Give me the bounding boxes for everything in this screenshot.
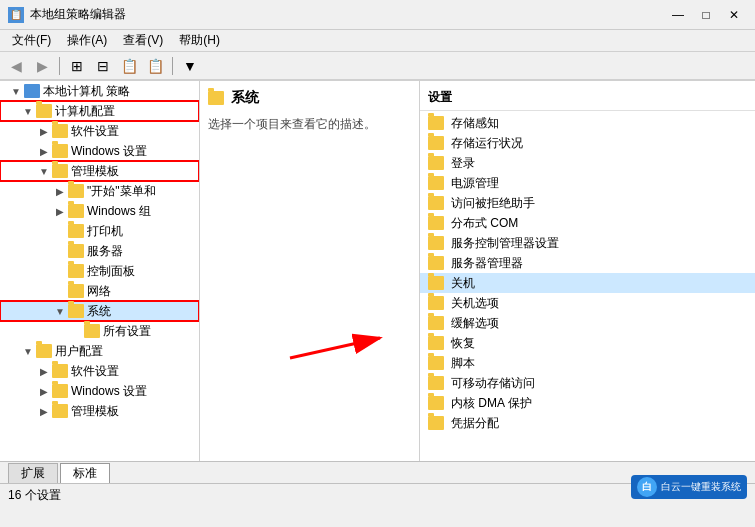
tree-item-computer[interactable]: ▼ 计算机配置 [0,101,199,121]
folder-icon-s4 [428,196,444,210]
folder-icon-admin [52,164,68,178]
settings-item-11[interactable]: 恢复 [420,333,755,353]
settings-label-10: 缓解选项 [451,315,499,332]
settings-item-2[interactable]: 登录 [420,153,755,173]
settings-item-10[interactable]: 缓解选项 [420,313,755,333]
tree-item-printer[interactable]: 打印机 [0,221,199,241]
settings-item-1[interactable]: 存储运行状况 [420,133,755,153]
right-description-panel: 系统 选择一个项目来查看它的描述。 [200,81,420,461]
toolbar-btn-4[interactable]: 📋 [143,55,167,77]
folder-icon-s13 [428,376,444,390]
tree-item-windows[interactable]: ▶ Windows 设置 [0,141,199,161]
settings-item-12[interactable]: 脚本 [420,353,755,373]
settings-label-15: 凭据分配 [451,415,499,432]
settings-label-9: 关机选项 [451,295,499,312]
expand-user-admin: ▶ [36,403,52,419]
tab-standard[interactable]: 标准 [60,463,110,483]
tree-item-user-admin[interactable]: ▶ 管理模板 [0,401,199,421]
menu-action[interactable]: 操作(A) [59,30,115,51]
settings-item-6[interactable]: 服务控制管理器设置 [420,233,755,253]
toolbar: ◀ ▶ ⊞ ⊟ 📋 📋 ▼ [0,52,755,80]
settings-label-2: 登录 [451,155,475,172]
folder-icon-s11 [428,336,444,350]
settings-item-9[interactable]: 关机选项 [420,293,755,313]
tree-item-system[interactable]: ▼ 系统 [0,301,199,321]
settings-label-0: 存储感知 [451,115,499,132]
description-text: 选择一个项目来查看它的描述。 [208,115,411,133]
tree-item-root[interactable]: ▼ 本地计算机 策略 [0,81,199,101]
tree-item-allsettings[interactable]: 所有设置 [0,321,199,341]
settings-item-4[interactable]: 访问被拒绝助手 [420,193,755,213]
settings-item-15[interactable]: 凭据分配 [420,413,755,433]
tree-item-user[interactable]: ▼ 用户配置 [0,341,199,361]
tree-label-software: 软件设置 [71,123,119,140]
tree-label-windows: Windows 设置 [71,143,147,160]
tree-item-wincomp[interactable]: ▶ Windows 组 [0,201,199,221]
settings-item-8[interactable]: 关机 [420,273,755,293]
folder-icon-start [68,184,84,198]
expand-computer: ▼ [20,103,36,119]
settings-item-3[interactable]: 电源管理 [420,173,755,193]
menu-file[interactable]: 文件(F) [4,30,59,51]
window-controls: — □ ✕ [665,4,747,26]
tree-item-software[interactable]: ▶ 软件设置 [0,121,199,141]
tree-label-system: 系统 [87,303,111,320]
tree-item-control[interactable]: 控制面板 [0,261,199,281]
tree-label-allsettings: 所有设置 [103,323,151,340]
show-hide-button[interactable]: ⊞ [65,55,89,77]
menu-help[interactable]: 帮助(H) [171,30,228,51]
expand-user-software: ▶ [36,363,52,379]
tree-item-user-windows[interactable]: ▶ Windows 设置 [0,381,199,401]
folder-icon-s3 [428,176,444,190]
tree-item-start[interactable]: ▶ "开始"菜单和 [0,181,199,201]
folder-icon-control [68,264,84,278]
section-folder-icon [208,91,224,105]
right-panel: 系统 选择一个项目来查看它的描述。 设置 存储感知 存储运行状况 [200,81,755,461]
tree-item-admin[interactable]: ▼ 管理模板 [0,161,199,181]
settings-item-7[interactable]: 服务器管理器 [420,253,755,273]
folder-icon-allsettings [84,324,100,338]
tree-label-user-software: 软件设置 [71,363,119,380]
status-count: 16 个设置 [8,487,61,504]
settings-label-4: 访问被拒绝助手 [451,195,535,212]
folder-icon-network [68,284,84,298]
computer-icon [24,84,40,98]
folder-icon-windows [52,144,68,158]
tree-item-server[interactable]: 服务器 [0,241,199,261]
forward-button[interactable]: ▶ [30,55,54,77]
menu-bar: 文件(F) 操作(A) 查看(V) 帮助(H) [0,30,755,52]
folder-icon-s12 [428,356,444,370]
minimize-button[interactable]: — [665,4,691,26]
back-button[interactable]: ◀ [4,55,28,77]
toolbar-btn-2[interactable]: ⊟ [91,55,115,77]
expand-network [52,283,68,299]
tree-label-server: 服务器 [87,243,123,260]
settings-item-5[interactable]: 分布式 COM [420,213,755,233]
folder-icon-s6 [428,236,444,250]
window-title: 本地组策略编辑器 [30,6,126,23]
folder-icon-wincomp [68,204,84,218]
folder-icon-computer [36,104,52,118]
expand-windows: ▶ [36,143,52,159]
tree-label-printer: 打印机 [87,223,123,240]
settings-label-13: 可移动存储访问 [451,375,535,392]
tree-label-control: 控制面板 [87,263,135,280]
settings-list: 存储感知 存储运行状况 登录 电源管理 [420,111,755,435]
tab-expand[interactable]: 扩展 [8,463,58,483]
menu-view[interactable]: 查看(V) [115,30,171,51]
tree-label-start: "开始"菜单和 [87,183,156,200]
tree-item-network[interactable]: 网络 [0,281,199,301]
settings-label-8: 关机 [451,275,475,292]
tree-item-user-software[interactable]: ▶ 软件设置 [0,361,199,381]
close-button[interactable]: ✕ [721,4,747,26]
tree-label-user-admin: 管理模板 [71,403,119,420]
folder-icon-s9 [428,296,444,310]
settings-item-0[interactable]: 存储感知 [420,113,755,133]
settings-label-14: 内核 DMA 保护 [451,395,532,412]
filter-button[interactable]: ▼ [178,55,202,77]
settings-item-14[interactable]: 内核 DMA 保护 [420,393,755,413]
section-header: 系统 [208,89,411,107]
settings-item-13[interactable]: 可移动存储访问 [420,373,755,393]
maximize-button[interactable]: □ [693,4,719,26]
toolbar-btn-3[interactable]: 📋 [117,55,141,77]
